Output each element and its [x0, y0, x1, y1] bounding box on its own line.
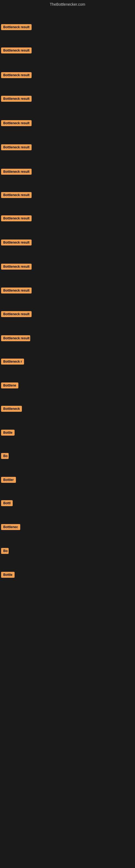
badge-row-4: Bottleneck result	[1, 96, 32, 103]
bottleneck-badge-18[interactable]: Bottle	[1, 430, 14, 436]
bottleneck-badge-13[interactable]: Bottleneck result	[1, 311, 32, 317]
badge-row-11: Bottleneck result	[1, 264, 32, 271]
bottleneck-badge-22[interactable]: Bottlenec	[1, 524, 20, 530]
badge-row-13: Bottleneck result	[1, 311, 32, 318]
bottleneck-badge-17[interactable]: Bottleneck	[1, 406, 22, 412]
bottleneck-badge-5[interactable]: Bottleneck result	[1, 120, 32, 126]
badge-row-10: Bottleneck result	[1, 240, 32, 247]
bottleneck-badge-4[interactable]: Bottleneck result	[1, 96, 32, 102]
badge-row-20: Bottler	[1, 477, 16, 484]
badge-row-3: Bottleneck result	[1, 72, 32, 79]
badge-row-12: Bottleneck result	[1, 287, 32, 294]
bottleneck-badge-16[interactable]: Bottlene	[1, 382, 18, 389]
badge-row-7: Bottleneck result	[1, 169, 32, 176]
bottleneck-badge-9[interactable]: Bottleneck result	[1, 215, 32, 221]
bottleneck-badge-8[interactable]: Bottleneck result	[1, 192, 32, 198]
badge-row-19: Bo	[1, 453, 9, 460]
badge-row-24: Bottle	[1, 572, 14, 579]
badge-row-8: Bottleneck result	[1, 192, 32, 199]
bottleneck-badge-21[interactable]: Bottl	[1, 500, 13, 506]
badge-row-5: Bottleneck result	[1, 120, 32, 127]
bottleneck-badge-1[interactable]: Bottleneck result	[1, 24, 32, 30]
bottleneck-badge-19[interactable]: Bo	[1, 453, 9, 459]
bottleneck-badge-11[interactable]: Bottleneck result	[1, 264, 32, 270]
badge-row-1: Bottleneck result	[1, 24, 32, 31]
bottleneck-badge-23[interactable]: Bo	[1, 548, 9, 554]
badge-row-22: Bottlenec	[1, 524, 20, 531]
site-title: TheBottlenecker.com	[0, 0, 135, 9]
badge-row-17: Bottleneck	[1, 406, 22, 413]
badge-row-16: Bottlene	[1, 382, 18, 390]
bottleneck-badge-15[interactable]: Bottleneck r	[1, 359, 24, 365]
bottleneck-badge-20[interactable]: Bottler	[1, 477, 16, 483]
bottleneck-badge-7[interactable]: Bottleneck result	[1, 169, 32, 175]
bottleneck-badge-12[interactable]: Bottleneck result	[1, 287, 32, 293]
badge-row-15: Bottleneck r	[1, 359, 24, 366]
bottleneck-badge-24[interactable]: Bottle	[1, 572, 14, 578]
bottleneck-badge-6[interactable]: Bottleneck result	[1, 144, 32, 150]
badge-row-21: Bottl	[1, 500, 13, 507]
badge-row-2: Bottleneck result	[1, 48, 32, 55]
bottleneck-badge-2[interactable]: Bottleneck result	[1, 48, 32, 54]
site-header: TheBottlenecker.com	[0, 0, 135, 9]
badge-row-6: Bottleneck result	[1, 144, 32, 151]
badge-row-14: Bottleneck result	[1, 335, 30, 342]
badges-container: Bottleneck resultBottleneck resultBottle…	[0, 9, 135, 868]
bottleneck-badge-3[interactable]: Bottleneck result	[1, 72, 32, 78]
bottleneck-badge-14[interactable]: Bottleneck result	[1, 335, 30, 341]
badge-row-18: Bottle	[1, 430, 14, 437]
badge-row-23: Bo	[1, 548, 9, 555]
badge-row-9: Bottleneck result	[1, 215, 32, 222]
bottleneck-badge-10[interactable]: Bottleneck result	[1, 240, 32, 246]
